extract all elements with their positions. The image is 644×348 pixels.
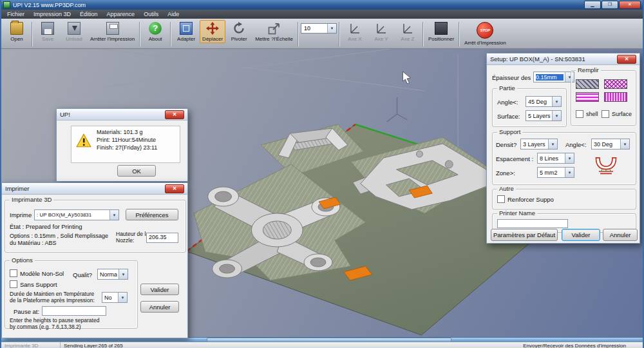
emergency-stop-button[interactable]: STOP Arrêt d'Impression <box>462 20 509 47</box>
printer-select-value: : UP BOX(M_A)/503831 <box>37 212 108 218</box>
area-label: Zone>: <box>496 169 515 177</box>
no-raft-checkbox[interactable]: Modèle Non-Sol <box>10 269 64 277</box>
unload-button[interactable]: Unload <box>61 20 87 43</box>
ok-button[interactable]: OK <box>117 165 156 177</box>
title-bar[interactable]: UP! V2.15 www.PP3DP.com ▁ ❐ ✕ <box>1 0 643 10</box>
stop-print-button[interactable]: Arrêter l'Impression <box>88 20 137 43</box>
no-support-checkbox[interactable]: Sans Support <box>10 280 57 288</box>
move-icon <box>206 22 219 35</box>
axis-x-icon <box>348 22 361 35</box>
message-dialog-titlebar[interactable]: UP! ✕ <box>57 109 187 121</box>
toolbar-separator <box>422 22 424 46</box>
setup-cancel-button[interactable]: Annuler <box>603 229 638 241</box>
nozzle-height-input[interactable]: 206.35 <box>146 233 178 243</box>
surface-checkbox[interactable]: Surface <box>601 110 632 118</box>
menu-aide[interactable]: Aide <box>163 10 184 19</box>
other-group-label: Autre <box>497 185 516 192</box>
axis-z-icon <box>401 22 414 35</box>
print-ok-button[interactable]: Valider <box>140 284 179 295</box>
open-icon <box>10 22 23 35</box>
about-button[interactable]: About <box>142 20 168 43</box>
print-options-text-1: Options : 0.15mm , Solid Remplissage <box>10 233 108 239</box>
print-time-text: Print: 11Hour:54Minute <box>97 137 156 143</box>
fit-label: Adapter <box>177 36 195 42</box>
fill-pattern-crosshatch-icon[interactable] <box>604 79 627 89</box>
menu-apparence[interactable]: Apparence <box>102 10 140 19</box>
setup-dialog-close-icon[interactable]: ✕ <box>617 55 636 64</box>
chevron-down-icon: ▼ <box>548 139 557 149</box>
axis-z-label: Axe Z <box>401 36 415 42</box>
open-button[interactable]: Open <box>4 20 30 43</box>
emergency-stop-label: Arrêt d'Impression <box>464 40 506 46</box>
print-dialog-close-icon[interactable]: ✕ <box>165 184 184 193</box>
scale-value-select[interactable]: 10 ▼ <box>301 23 337 34</box>
menu-edition[interactable]: Édition <box>75 10 102 19</box>
reinforce-support-checkbox[interactable]: Renforcer Suppo <box>497 195 554 203</box>
checkbox-icon <box>601 110 609 118</box>
quality-value: Normal <box>100 271 117 278</box>
setup-dialog-titlebar[interactable]: Setup: UP BOX(M_A) - SN:503831 ✕ <box>487 53 639 65</box>
rotate-button[interactable]: Pivoter <box>226 20 252 43</box>
scale-value: 10 <box>304 25 310 32</box>
print-cancel-button[interactable]: Annuler <box>140 301 179 313</box>
no-raft-label: Modèle Non-Sol <box>20 270 64 277</box>
toolbar-separator <box>139 22 140 46</box>
unload-label: Unload <box>66 36 82 42</box>
fill-pattern-dense-icon[interactable] <box>604 92 627 102</box>
open-label: Open <box>10 36 23 42</box>
pause-note-1: Enter the heights to pause separated <box>10 317 99 324</box>
axis-z-button[interactable]: Axe Z <box>395 20 421 43</box>
scale-button[interactable]: Mettre ?l'Échelle <box>252 20 296 43</box>
density-select[interactable]: 3 Layers ▼ <box>520 139 558 150</box>
shell-checkbox[interactable]: shell <box>576 110 598 118</box>
about-label: About <box>149 36 162 42</box>
warning-icon <box>76 133 91 148</box>
layer-thickness-value: 0.15mm <box>536 74 564 81</box>
scale-label: Mettre ?l'Échelle <box>255 36 293 42</box>
toolbar-separator <box>298 22 299 46</box>
minimize-button[interactable]: ▁ <box>584 1 601 9</box>
fill-pattern-lines-icon[interactable] <box>576 92 599 102</box>
axis-y-button[interactable]: Axe Y <box>368 20 394 43</box>
maximize-button[interactable]: ❐ <box>601 1 618 9</box>
fit-icon <box>180 22 193 35</box>
toolbar-separator <box>32 22 33 46</box>
materials-text: Materials: 101.3 g <box>97 129 143 135</box>
close-button[interactable]: ✕ <box>619 1 641 9</box>
area-select[interactable]: 5 mm2 ▼ <box>537 167 574 178</box>
place-button[interactable]: Positionner <box>426 20 457 43</box>
spacing-select[interactable]: 8 Lines ▼ <box>537 153 574 164</box>
quality-select[interactable]: Normal ▼ <box>97 269 128 280</box>
menu-fichier[interactable]: Fichier <box>3 10 29 19</box>
menu-impression-3d[interactable]: Impression 3D <box>29 10 75 19</box>
support-angle-select[interactable]: 30 Deg ▼ <box>591 139 630 150</box>
part-surface-select[interactable]: 5 Layers ▼ <box>526 110 562 121</box>
message-dialog-close-icon[interactable]: ✕ <box>165 110 184 119</box>
reinforce-support-label: Renforcer Suppo <box>507 196 554 203</box>
pause-at-input[interactable] <box>42 306 106 316</box>
print-dialog-titlebar[interactable]: Imprimer ✕ <box>2 183 187 195</box>
printer-name-input[interactable] <box>497 219 568 228</box>
scale-icon <box>268 22 281 35</box>
preferences-button[interactable]: Préférences <box>126 209 178 220</box>
toolbar-separator <box>339 22 340 46</box>
setup-ok-button[interactable]: Valider <box>562 229 600 241</box>
menu-outils[interactable]: Outils <box>139 10 163 19</box>
move-label: Déplacer <box>202 36 223 42</box>
density-label: Densit? <box>496 141 516 148</box>
fill-pattern-solid-icon[interactable] <box>576 79 599 89</box>
save-button[interactable]: Save <box>35 20 61 43</box>
printer-select[interactable]: : UP BOX(M_A)/503831 ▼ <box>34 209 119 220</box>
part-angle-select[interactable]: 45 Deg ▼ <box>526 96 562 107</box>
platform-keep-select[interactable]: No ▼ <box>102 292 128 303</box>
window-controls: ▁ ❐ ✕ <box>584 1 641 9</box>
print-dialog-title: Imprimer <box>5 185 29 192</box>
nozzle-height-label-1: Hauteur de la <box>116 231 149 237</box>
fit-button[interactable]: Adapter <box>173 20 199 43</box>
place-icon <box>435 22 448 35</box>
axis-x-button[interactable]: Axe X <box>342 20 368 43</box>
layer-thickness-select[interactable]: 0.15mm ▼ <box>533 72 574 82</box>
move-button[interactable]: Déplacer <box>200 20 225 43</box>
window-title: UP! V2.15 www.PP3DP.com <box>13 2 86 8</box>
defaults-button[interactable]: Paramètres par Défaut <box>491 229 558 241</box>
